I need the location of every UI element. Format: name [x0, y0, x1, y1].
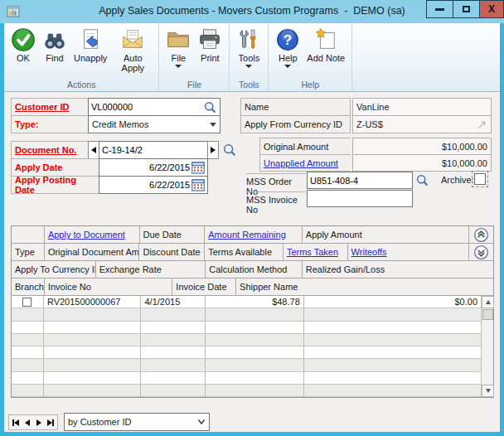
scrollbar-thumb[interactable]: [482, 309, 493, 320]
col-terms-taken[interactable]: Terms Taken: [287, 247, 338, 257]
row-invoice-date[interactable]: 4/1/2015: [144, 297, 180, 307]
col-apply-to-document[interactable]: Apply to Document: [48, 230, 125, 240]
customer-id-field[interactable]: [88, 98, 220, 116]
scroll-down-button[interactable]: [482, 385, 494, 397]
apply-date-input[interactable]: [102, 159, 190, 176]
sort-by-dropdown[interactable]: by Customer ID: [64, 413, 210, 431]
document-no-lookup-icon[interactable]: [222, 143, 237, 157]
collapse-rows-button[interactable]: [473, 227, 489, 243]
col-exchange-rate: Exchange Rate: [99, 264, 162, 274]
add-note-icon: [313, 27, 338, 52]
col-type: Type: [15, 247, 35, 257]
find-button[interactable]: Find: [39, 25, 70, 79]
col-amount-remaining[interactable]: Amount Remaining: [208, 230, 286, 240]
ok-button[interactable]: OK: [7, 25, 39, 79]
mss-order-no-lookup-icon[interactable]: [415, 173, 429, 187]
archive-checkbox[interactable]: [474, 173, 486, 185]
col-branch: Branch: [15, 282, 44, 292]
col-invoice-no: Invoice No: [48, 282, 91, 292]
file-dropdown-icon: [175, 65, 182, 68]
unapply-button[interactable]: Unapply: [70, 25, 110, 79]
document-no-field[interactable]: [99, 141, 208, 159]
type-dropdown-value: Credit Memos: [92, 119, 148, 129]
customer-id-label-cell: Customer ID: [11, 98, 89, 116]
type-dropdown-chevron-icon: [210, 123, 216, 127]
tools-dropdown-icon: [245, 65, 252, 68]
first-record-button[interactable]: [10, 416, 22, 429]
auto-apply-envelope-icon: [120, 27, 145, 52]
toolbar-group-label-actions: Actions: [7, 79, 155, 91]
customer-id-lookup-icon[interactable]: [203, 100, 217, 114]
archive-label: Archive:: [441, 175, 474, 185]
sort-by-chevron-icon: [197, 419, 206, 425]
apply-date-label: Apply Date: [15, 162, 62, 172]
maximize-button[interactable]: [453, 0, 480, 18]
unapplied-amount-link[interactable]: Unapplied Amount: [264, 158, 338, 168]
original-amount-label-cell: Original Amount: [259, 138, 351, 155]
close-button[interactable]: X: [479, 0, 504, 18]
grid-empty-row: [12, 372, 481, 385]
currency-expansion-icon-disabled: [477, 119, 487, 130]
mss-order-no-field[interactable]: [307, 172, 413, 189]
toolbar-group-tools: Tools Tools: [230, 23, 269, 91]
grid-empty-row: [12, 308, 481, 321]
mss-order-no-input[interactable]: [310, 172, 410, 188]
apply-posting-date-label-cell: Apply Posting Date: [11, 176, 99, 194]
title-bar[interactable]: Apply Sales Documents - Movers Custom Pr…: [0, 0, 504, 23]
close-icon: X: [488, 3, 495, 15]
row-apply-amount[interactable]: $0.00: [454, 297, 477, 307]
col-terms-available: Terms Available: [208, 247, 272, 257]
scroll-up-button[interactable]: [482, 296, 494, 308]
row-select-checkbox[interactable]: [22, 298, 32, 307]
previous-record-button[interactable]: [22, 416, 33, 429]
toolbar-group-label-file: File: [162, 79, 225, 91]
grid-empty-row: [12, 359, 481, 371]
window-content: OK Find: [4, 23, 500, 432]
mss-invoice-no-field[interactable]: [307, 190, 413, 207]
ribbon-toolbar: OK Find: [4, 23, 500, 92]
col-apply-amount: Apply Amount: [306, 230, 362, 240]
col-due-date: Due Date: [143, 230, 182, 240]
type-dropdown[interactable]: Credit Memos: [88, 115, 220, 133]
document-next-button[interactable]: [207, 141, 219, 159]
toolbar-group-help: ? Help Add Note Help: [269, 23, 352, 91]
apply-sales-documents-window: Apply Sales Documents - Movers Custom Pr…: [0, 0, 504, 436]
apply-date-field[interactable]: [99, 158, 208, 177]
prev-record-icon: [91, 147, 96, 153]
customer-id-label[interactable]: Customer ID: [15, 102, 69, 112]
help-menu-button[interactable]: ? Help: [272, 25, 303, 79]
original-amount-value: $10,000.00: [352, 138, 492, 155]
grid-scrollbar[interactable]: [481, 296, 493, 397]
document-no-input[interactable]: [102, 142, 205, 158]
apply-date-calendar-icon[interactable]: [191, 162, 205, 174]
tools-menu-button[interactable]: Tools: [233, 25, 264, 79]
expand-rows-button[interactable]: [473, 245, 489, 260]
row-amount-remaining[interactable]: $48.78: [272, 297, 300, 307]
row-invoice-no[interactable]: RV201500000067: [47, 297, 121, 307]
add-note-button[interactable]: Add Note: [303, 25, 348, 79]
file-menu-button[interactable]: File: [162, 25, 194, 79]
minimize-button[interactable]: [426, 0, 453, 18]
auto-apply-button[interactable]: Auto Apply: [110, 25, 155, 79]
col-writeoffs[interactable]: Writeoffs: [351, 247, 387, 257]
mss-invoice-no-input[interactable]: [310, 191, 410, 206]
maximize-icon: [463, 6, 470, 12]
minimize-icon: [435, 8, 444, 11]
help-icon: ?: [275, 27, 300, 52]
document-prev-button[interactable]: [88, 141, 99, 159]
toolbar-group-label-tools: Tools: [233, 79, 264, 91]
grid-data-row[interactable]: RV201500000067 4/1/2015 $48.78 $0.00: [12, 296, 481, 308]
grid-header-row-3: Apply To Currency ID Exchange Rate Calcu…: [12, 261, 493, 279]
apply-posting-date-field[interactable]: [99, 176, 208, 194]
tools-icon: [236, 27, 261, 52]
last-record-button[interactable]: [45, 416, 56, 429]
customer-id-input[interactable]: [91, 99, 203, 115]
next-record-button[interactable]: [33, 416, 45, 429]
apply-posting-date-input[interactable]: [102, 177, 190, 193]
col-apply-to-currency-id: Apply To Currency ID: [15, 264, 96, 274]
document-no-label[interactable]: Document No.: [15, 145, 77, 155]
apply-posting-date-label: Apply Posting Date: [15, 175, 95, 195]
print-button[interactable]: Print: [194, 25, 225, 79]
grid-header-row-1: Apply to Document Due Date Amount Remain…: [12, 226, 493, 244]
apply-posting-date-calendar-icon[interactable]: [191, 179, 205, 191]
